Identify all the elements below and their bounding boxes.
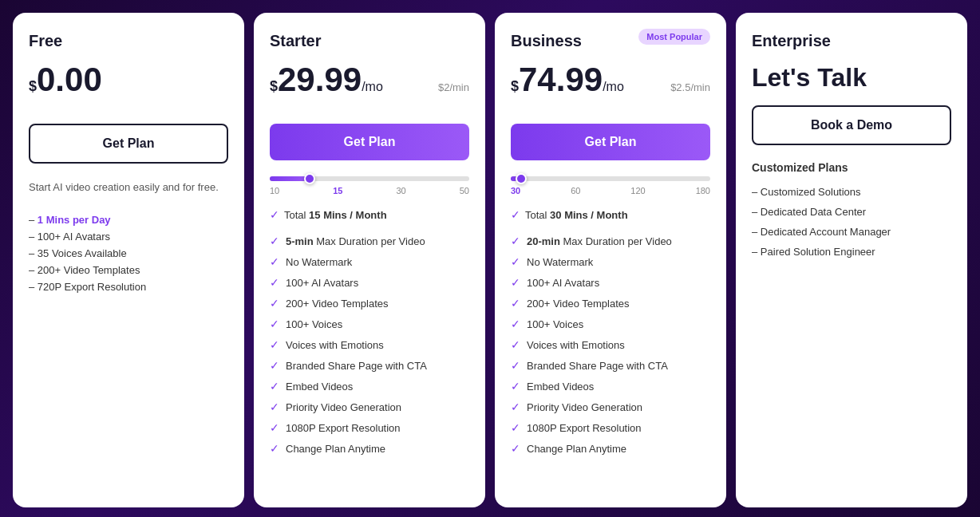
check-icon: ✓ [511,401,520,413]
free-plan-name: Free [29,32,228,50]
check-icon: ✓ [511,255,520,268]
check-icon: ✓ [270,318,279,330]
business-per-min: $2.5/min [670,81,710,93]
starter-total-mins: ✓ Total 15 Mins / Month [270,208,469,221]
check-icon: ✓ [270,380,279,393]
list-item: – Paired Solution Engineer [752,242,951,262]
check-icon: ✓ [270,421,279,434]
list-item: ✓100+ Voices [270,314,469,334]
list-item: – 35 Voices Available [29,245,228,262]
most-popular-badge: Most Popular [638,29,710,45]
list-item: ✓Voices with Emotions [511,334,710,355]
free-description: Start AI video creation easily and for f… [29,180,228,195]
starter-check-icon: ✓ [270,208,279,221]
starter-slider-labels: 10 15 30 50 [270,186,469,195]
pricing-grid: Free $ 0.00 Get Plan Start AI video crea… [13,13,967,507]
list-item: ✓No Watermark [270,251,469,272]
business-slider[interactable]: 30 60 120 180 [511,176,710,195]
check-icon: ✓ [511,297,520,310]
free-plan-card: Free $ 0.00 Get Plan Start AI video crea… [13,13,244,507]
list-item: ✓Embed Videos [270,376,469,397]
starter-features-list: ✓5-min Max Duration per Video ✓No Waterm… [270,231,469,459]
list-item: – 720P Export Resolution [29,278,228,295]
business-price-period: /mo [603,80,624,94]
list-item: ✓Voices with Emotions [270,334,469,355]
starter-plan-name: Starter [270,32,469,50]
list-item: – Dedicated Data Center [752,202,951,222]
check-icon: ✓ [270,297,279,310]
business-mins-highlight: 30 Mins / Month [550,209,628,221]
free-price-amount: 0.00 [37,63,102,97]
customized-plans-label: Customized Plans [752,161,951,174]
list-item: ✓No Watermark [511,251,710,272]
check-icon: ✓ [511,442,520,455]
business-price-symbol: $ [511,78,519,95]
enterprise-headline: Let's Talk [752,63,951,93]
check-icon: ✓ [270,442,279,455]
check-icon: ✓ [511,359,520,372]
free-get-plan-button[interactable]: Get Plan [29,124,228,164]
list-item: – Customized Solutions [752,182,951,202]
list-item: – 100+ AI Avatars [29,228,228,245]
enterprise-features-list: – Customized Solutions – Dedicated Data … [752,182,951,262]
list-item: ✓200+ Video Templates [270,293,469,314]
check-icon: ✓ [511,421,520,434]
business-get-plan-button[interactable]: Get Plan [511,124,710,160]
check-icon: ✓ [511,318,520,330]
list-item: ✓100+ Voices [511,314,710,334]
list-item: ✓100+ AI Avatars [270,272,469,293]
list-item: ✓200+ Video Templates [511,293,710,314]
check-icon: ✓ [511,338,520,351]
list-item: ✓Branded Share Page with CTA [270,355,469,376]
business-slider-track [511,176,710,181]
starter-slider-thumb [304,173,315,184]
starter-plan-card: Starter $ 29.99 /mo $2/min Get Plan 10 1… [254,13,485,507]
enterprise-plan-card: Enterprise Let's Talk Book a Demo Custom… [736,13,967,507]
check-icon: ✓ [270,359,279,372]
free-features-list: – 1 Mins per Day – 100+ AI Avatars – 35 … [29,211,228,295]
list-item: ✓Embed Videos [511,376,710,397]
starter-get-plan-button[interactable]: Get Plan [270,124,469,160]
list-item: ✓Change Plan Anytime [511,438,710,459]
check-icon: ✓ [270,255,279,268]
list-item: ✓Priority Video Generation [511,397,710,417]
starter-per-min: $2/min [438,81,469,93]
starter-price-period: /mo [362,80,383,94]
check-icon: ✓ [270,401,279,413]
check-icon: ✓ [511,276,520,289]
check-icon: ✓ [511,380,520,393]
enterprise-plan-name: Enterprise [752,32,951,50]
business-slider-thumb [516,173,527,184]
list-item: ✓20-min Max Duration per Video [511,231,710,251]
business-check-icon: ✓ [511,208,520,221]
check-icon: ✓ [270,235,279,247]
free-price-symbol: $ [29,78,37,95]
book-demo-button[interactable]: Book a Demo [752,105,951,145]
business-plan-card: Most Popular Business $ 74.99 /mo $2.5/m… [495,13,726,507]
starter-mins-highlight: 15 Mins / Month [309,209,387,221]
starter-price-symbol: $ [270,78,278,95]
business-total-mins: ✓ Total 30 Mins / Month [511,208,710,221]
list-item: ✓Change Plan Anytime [270,438,469,459]
list-item: ✓1080P Export Resolution [270,417,469,438]
business-features-list: ✓20-min Max Duration per Video ✓No Water… [511,231,710,459]
starter-slider-track [270,176,469,181]
list-item: – 1 Mins per Day [29,211,228,228]
list-item: – 200+ Video Templates [29,262,228,278]
list-item: ✓1080P Export Resolution [511,417,710,438]
starter-slider[interactable]: 10 15 30 50 [270,176,469,195]
list-item: ✓Branded Share Page with CTA [511,355,710,376]
business-price-amount: 74.99 [519,63,603,97]
check-icon: ✓ [270,338,279,351]
list-item: ✓5-min Max Duration per Video [270,231,469,251]
list-item: ✓100+ AI Avatars [511,272,710,293]
starter-price-amount: 29.99 [278,63,362,97]
business-slider-labels: 30 60 120 180 [511,186,710,195]
list-item: – Dedicated Account Manager [752,222,951,242]
check-icon: ✓ [270,276,279,289]
check-icon: ✓ [511,235,520,247]
list-item: ✓Priority Video Generation [270,397,469,417]
free-feature-highlight: 1 Mins per Day [38,214,111,226]
